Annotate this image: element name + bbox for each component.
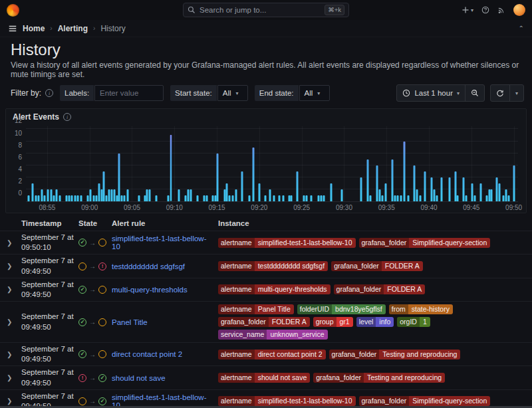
event-bar xyxy=(156,195,158,201)
event-bar xyxy=(360,177,362,201)
col-instance: Instance xyxy=(218,219,532,227)
pending-state-icon xyxy=(78,397,86,405)
breadcrumb-current: History xyxy=(100,24,125,33)
expand-row-icon[interactable]: ❯ xyxy=(7,397,21,405)
table-row[interactable]: ❯September 7 at09:50:10✓→simplified-test… xyxy=(0,231,532,254)
table-row[interactable]: ❯September 7 at09:49:50→!testdddddddd sd… xyxy=(0,254,532,277)
event-bar xyxy=(367,159,369,201)
alert-rule-link[interactable]: simplified-test-1-last-bellow-10 xyxy=(112,235,218,251)
event-bar xyxy=(488,189,490,201)
x-tick-label: 09:20 xyxy=(251,204,267,211)
refresh-interval-dropdown[interactable]: ▾ xyxy=(509,85,523,101)
breadcrumb-home[interactable]: Home xyxy=(23,24,45,33)
event-bar xyxy=(507,195,509,201)
start-state-select[interactable]: All▾ xyxy=(217,85,248,101)
normal-state-icon: ✓ xyxy=(98,397,106,405)
zoom-out-time-button[interactable] xyxy=(465,85,484,101)
label-badge: grafana_folderTesting and reproducing xyxy=(329,350,461,359)
label-badge: service_nameunknown_service xyxy=(218,330,328,340)
event-bar xyxy=(379,189,381,201)
event-bar xyxy=(41,189,43,201)
event-bar xyxy=(223,189,225,201)
y-tick-label: 12 xyxy=(15,117,22,124)
search-placeholder: Search or jump to... xyxy=(200,6,321,14)
expand-row-icon[interactable]: ❯ xyxy=(7,351,21,358)
state-transition: !→✓ xyxy=(78,374,112,382)
event-bar xyxy=(448,177,450,201)
chevron-down-icon: ▾ xyxy=(471,7,473,13)
x-tick-label: 09:25 xyxy=(293,204,310,211)
pending-state-icon xyxy=(98,286,106,294)
label-badge: alertnamesimplified-test-1-last-bellow-1… xyxy=(218,238,356,248)
table-row[interactable]: ❯September 7 at09:49:50✓→Panel Titlealer… xyxy=(0,301,532,342)
alert-rule-link[interactable]: direct contact point 2 xyxy=(112,350,218,358)
expand-row-icon[interactable]: ❯ xyxy=(7,286,21,293)
event-bar xyxy=(404,142,406,201)
timestamp: September 7 at09:49:50 xyxy=(21,256,78,276)
instance-labels: alertnamedirect contact point 2grafana_f… xyxy=(218,348,532,361)
event-bar xyxy=(190,189,192,201)
event-bar xyxy=(496,177,498,201)
x-tick-label: 08:55 xyxy=(39,204,55,211)
normal-state-icon: ✓ xyxy=(78,286,86,294)
event-bar xyxy=(264,195,266,201)
alert-rule-link[interactable]: testdddddddd sdgfsgf xyxy=(112,262,218,270)
gridline xyxy=(429,126,430,201)
user-avatar[interactable] xyxy=(513,4,525,16)
event-bar xyxy=(297,171,299,201)
gridline xyxy=(26,177,518,177)
event-bar xyxy=(226,183,228,201)
event-bar xyxy=(110,189,112,201)
label-badge: grafana_folderFOLDER A xyxy=(331,261,423,271)
breadcrumb-alerting[interactable]: Alerting xyxy=(58,24,88,33)
event-bar xyxy=(108,189,110,201)
menu-icon[interactable] xyxy=(8,24,17,33)
expand-row-icon[interactable]: ❯ xyxy=(7,318,21,326)
alert-rule-link[interactable]: should not save xyxy=(112,374,218,382)
search-input[interactable]: Search or jump to... ⌘+k xyxy=(183,3,349,17)
info-icon[interactable]: i xyxy=(63,113,71,121)
gridline xyxy=(302,126,303,201)
end-state-select[interactable]: All▾ xyxy=(299,85,330,101)
label-badge: fromstate-history xyxy=(389,304,453,314)
time-range-picker-button[interactable]: Last 1 hour ▾ xyxy=(397,85,465,101)
expand-row-icon[interactable]: ❯ xyxy=(7,374,21,381)
expand-row-icon[interactable]: ❯ xyxy=(7,262,21,270)
event-bar xyxy=(38,195,40,201)
instance-labels: alertnameshould not savegrafana_folderTe… xyxy=(218,371,532,384)
event-bar xyxy=(98,183,100,201)
normal-state-icon: ✓ xyxy=(78,318,86,326)
alert-events-panel: Alert Events i 024681012 08:5509:0009:05… xyxy=(5,108,527,213)
plus-icon xyxy=(462,6,469,14)
alert-rule-link[interactable]: Panel Title xyxy=(112,318,218,326)
arrow-right-icon: → xyxy=(89,397,96,405)
x-tick-label: 09:10 xyxy=(166,204,183,211)
table-row[interactable]: ❯September 7 at09:49:50→✓simplified-test… xyxy=(0,389,532,408)
event-bar xyxy=(95,195,97,201)
timestamp: September 7 at09:50:10 xyxy=(21,233,78,253)
refresh-button[interactable] xyxy=(491,85,509,101)
gridline xyxy=(132,126,132,201)
new-menu-button[interactable]: ▾ xyxy=(462,6,473,14)
table-row[interactable]: ❯September 7 at09:49:50✓→multi-query-thr… xyxy=(0,278,532,301)
expand-row-icon[interactable]: ❯ xyxy=(7,239,21,247)
help-icon[interactable] xyxy=(481,6,489,14)
event-bar xyxy=(70,195,72,201)
labels-field-label: Labels: xyxy=(60,85,94,101)
news-icon[interactable] xyxy=(497,6,505,14)
label-badge: grafana_folderSimplified-query-section xyxy=(359,238,491,248)
event-bar xyxy=(513,165,515,201)
alert-rule-link[interactable]: multi-query-thresholds xyxy=(112,286,218,294)
labels-filter-input[interactable]: Enter value xyxy=(94,85,164,101)
x-tick-label: 09:50 xyxy=(505,204,522,211)
info-icon[interactable]: i xyxy=(45,89,53,97)
event-bar xyxy=(471,183,473,201)
normal-state-icon: ✓ xyxy=(78,350,86,358)
collapse-chevron-icon[interactable]: ⌃ xyxy=(519,25,524,32)
grafana-logo-icon[interactable] xyxy=(7,4,19,17)
search-icon xyxy=(188,6,196,14)
chevron-down-icon: ▾ xyxy=(515,90,518,96)
event-bar xyxy=(80,195,82,201)
table-row[interactable]: ❯September 7 at09:49:50!→✓should not sav… xyxy=(0,365,532,389)
table-row[interactable]: ❯September 7 at09:49:50✓→direct contact … xyxy=(0,342,532,365)
